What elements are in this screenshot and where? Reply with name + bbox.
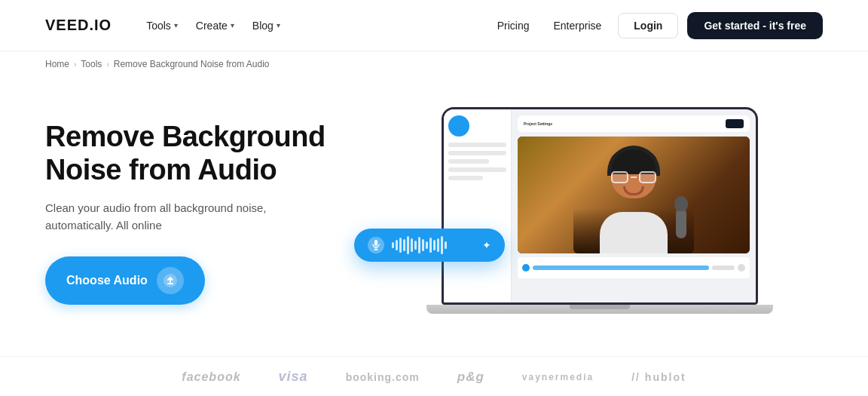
screen-title: Project Settings — [524, 121, 552, 126]
screen-sidebar-item — [448, 143, 506, 147]
screen-video-area — [518, 137, 750, 253]
trust-logo-vaynermedia: VAYNERMEDIA — [522, 372, 594, 382]
mic-icon — [368, 237, 384, 253]
screen-content: Project Settings — [444, 109, 756, 302]
hero-subtitle: Clean your audio from all background noi… — [45, 200, 286, 234]
logo[interactable]: VEED.IO — [45, 17, 112, 34]
nav-right: Pricing Enterprise Login Get started - i… — [490, 12, 823, 39]
floating-audio-card: ✦ — [354, 229, 505, 262]
screen-sidebar-item — [448, 167, 506, 172]
nav-pricing[interactable]: Pricing — [490, 15, 537, 36]
trust-logo-pg: P&G — [457, 370, 484, 385]
screen-person — [518, 137, 750, 253]
screen-timeline — [518, 257, 750, 278]
screen-top-bar: Project Settings — [518, 115, 750, 132]
nav-blog[interactable]: Blog ▾ — [245, 15, 288, 36]
login-button[interactable]: Login — [618, 13, 678, 38]
chevron-down-icon: ▾ — [277, 21, 280, 29]
nav-tools[interactable]: Tools ▾ — [139, 15, 185, 36]
chevron-down-icon: ▾ — [174, 21, 178, 29]
trust-logo-facebook: facebook — [182, 370, 240, 384]
laptop-notch — [570, 305, 630, 309]
timeline-progress — [533, 266, 709, 270]
breadcrumb: Home › Tools › Remove Background Noise f… — [0, 51, 868, 77]
breadcrumb-separator: › — [74, 60, 76, 69]
nav-enterprise[interactable]: Enterprise — [546, 15, 609, 36]
screen-sidebar-logo — [448, 115, 469, 137]
get-started-button[interactable]: Get started - it's free — [687, 12, 823, 39]
chevron-down-icon: ▾ — [231, 21, 234, 29]
trust-logos-section: facebook VISA Booking.com P&G VAYNERMEDI… — [0, 356, 868, 396]
timeline-remaining — [712, 266, 735, 270]
hero-section: Remove BackgroundNoise from Audio Clean … — [0, 77, 868, 356]
page-title: Remove BackgroundNoise from Audio — [45, 121, 377, 186]
nav-links: Tools ▾ Create ▾ Blog ▾ — [139, 15, 490, 36]
glasses — [611, 171, 656, 183]
screen-sidebar — [444, 109, 512, 302]
laptop-screen: Project Settings — [442, 107, 758, 305]
hero-right: ✦ Project Settings — [377, 92, 823, 333]
breadcrumb-current-page: Remove Background Noise from Audio — [114, 59, 270, 69]
nav-create[interactable]: Create ▾ — [188, 15, 242, 36]
navbar: VEED.IO Tools ▾ Create ▾ Blog ▾ Pricing … — [0, 0, 868, 51]
screen-close-btn — [726, 119, 744, 128]
breadcrumb-tools[interactable]: Tools — [81, 59, 102, 69]
choose-audio-label: Choose Audio — [66, 274, 148, 287]
screen-main: Project Settings — [512, 109, 756, 302]
upload-icon — [157, 267, 184, 294]
screen-sidebar-item — [448, 151, 506, 155]
laptop-base — [426, 305, 773, 314]
trust-logo-visa: VISA — [279, 369, 308, 385]
hero-left: Remove BackgroundNoise from Audio Clean … — [45, 121, 377, 305]
trust-logo-booking: Booking.com — [346, 371, 420, 383]
waveform — [392, 236, 475, 254]
sparkle-icon: ✦ — [482, 239, 491, 251]
screen-sidebar-item — [448, 159, 489, 164]
screen-sidebar-item — [448, 176, 483, 180]
choose-audio-button[interactable]: Choose Audio — [45, 256, 205, 305]
breadcrumb-separator: › — [106, 60, 108, 69]
laptop-mockup: Project Settings — [442, 107, 758, 318]
breadcrumb-home[interactable]: Home — [45, 59, 69, 69]
trust-logo-hublot: // HUBLOT — [631, 371, 686, 383]
svg-rect-1 — [374, 240, 377, 246]
